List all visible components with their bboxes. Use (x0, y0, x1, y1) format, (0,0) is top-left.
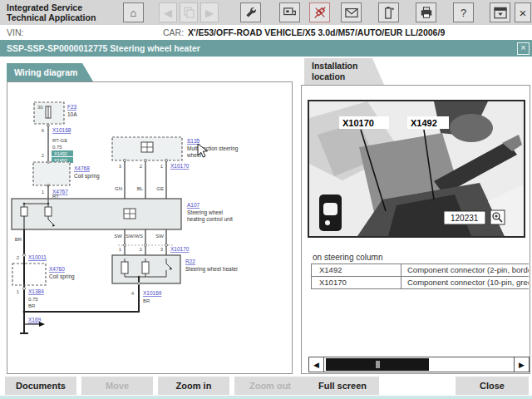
fuse-pin: 30 (37, 105, 43, 110)
diagnostic-head-icon[interactable] (279, 2, 300, 22)
app-title-line2: Technical Application (7, 12, 96, 22)
wiring-diagram-canvas[interactable]: 30 F23 10A 6 X10168 RT-GE 0.75 2 X1492 X… (7, 82, 292, 373)
print-icon[interactable] (416, 2, 436, 22)
tab-installation-line2: location (312, 71, 384, 82)
mfs-pin-1: 1 (160, 164, 164, 169)
back-icon: ◀ (159, 2, 177, 22)
photo-number: 120231 (451, 214, 479, 223)
connection-broken-icon[interactable] (309, 2, 330, 22)
control-unit-ref-link[interactable]: A107 (187, 202, 200, 208)
pin-2-bottom: 2 (17, 255, 20, 260)
scrollbar-grip (376, 361, 380, 368)
mfs-pin-2: 2 (140, 164, 143, 169)
vin-label: VIN: (7, 27, 23, 37)
zoom-out-button: Zoom out (234, 377, 306, 395)
close-document-icon[interactable]: × (517, 42, 530, 55)
wire2-color: RT (52, 194, 59, 199)
magnifier-icon[interactable] (490, 210, 505, 224)
wire-swws: SW/WS (126, 234, 143, 239)
scroll-left-icon: ◀ (313, 361, 319, 369)
pin-4: 4 (131, 291, 135, 296)
wire3-size: 0.75 (28, 297, 38, 302)
bottom-accent-strip (0, 396, 532, 399)
connector-id: X10170 (312, 277, 401, 288)
coil-spring-upper-label: Coil spring (74, 173, 100, 180)
photo-label-x10170: X10170 (342, 118, 374, 128)
table-heading: on steering column (313, 253, 383, 262)
wire-sw2: SW (155, 234, 164, 239)
horizontal-scrollbar: ◀ ▶ (308, 357, 530, 372)
table-row[interactable]: X1492 Component connector (2-pin, bordea… (311, 264, 529, 276)
heater-label: Steering wheel heater (185, 266, 239, 273)
wiring-diagram-panel: 30 F23 10A 6 X10168 RT-GE 0.75 2 X1492 X… (7, 81, 293, 374)
connector-x10170-mid-link[interactable]: X10170 (170, 246, 190, 252)
car-label: CAR: (163, 27, 184, 37)
zoom-in-button[interactable]: Zoom in (158, 377, 229, 395)
tab-installation-line1: Installation (312, 61, 384, 71)
table-row[interactable]: X10170 Component connector (10-pin, gree… (311, 276, 529, 289)
pin-1-top: 1 (42, 190, 45, 195)
connector-desc: Component connector (10-pin, green), (401, 277, 529, 288)
connector-x10169-link[interactable]: X10169 (143, 290, 162, 296)
scrollbar-thumb[interactable] (326, 358, 429, 371)
fuse-ref-link[interactable]: F23 (67, 104, 77, 110)
installation-photo: X10170 X1492 120231 (308, 100, 525, 238)
close-app-icon[interactable]: × (515, 2, 531, 22)
app-header: Integrated Service Technical Application… (0, 0, 532, 25)
mfs-ref-link[interactable]: S135 (187, 138, 200, 144)
wrench-icon[interactable] (240, 2, 261, 22)
heater-ref-link[interactable]: R22 (185, 259, 195, 264)
wire-br-heater: BR (143, 298, 150, 303)
coil-spring-lower-ref-link[interactable]: X4760 (49, 266, 65, 272)
coil-spring-lower-box (12, 264, 46, 285)
mfs-label-line1: Multifunction steering (187, 145, 239, 152)
ground-ref-link[interactable]: X169 (28, 317, 42, 323)
forward-icon: ▶ (200, 2, 219, 22)
pin-1-bottom: 1 (17, 289, 20, 294)
connector-x10011-link[interactable]: X10011 (28, 254, 47, 260)
tab-wiring-diagram[interactable]: Wiring diagram (7, 63, 93, 81)
wire-sw1: SW (114, 234, 122, 239)
connector-x10170-top-link[interactable]: X10170 (170, 163, 190, 169)
wire1-size: 0.75 (52, 145, 62, 150)
window-minimize-icon[interactable] (490, 2, 510, 22)
documents-button[interactable]: Documents (5, 377, 76, 395)
scroll-left-button[interactable]: ◀ (309, 357, 324, 372)
coil-spring-upper-ref-link[interactable]: X4768 (74, 165, 90, 171)
move-button: Move (81, 377, 153, 395)
vehicle-bar: VIN: CAR: X'/E53/OFF-ROAD VEHICLE/X5 3.0… (0, 25, 532, 40)
mail-icon[interactable] (341, 2, 362, 22)
wire-ge: GE (156, 186, 164, 191)
mid-pin-1: 1 (119, 247, 122, 252)
close-button[interactable]: Close (456, 377, 529, 395)
help-icon[interactable]: ? (453, 2, 474, 22)
wire3-color: BR (28, 303, 36, 308)
wire1-color: RT-GE (52, 138, 67, 143)
pin-6: 6 (42, 128, 45, 133)
home-icon[interactable]: ⌂ (123, 2, 144, 22)
mfs-pin-3: 3 (119, 164, 122, 169)
full-screen-button[interactable]: Full screen (306, 377, 379, 395)
scrollbar-track[interactable] (324, 357, 514, 372)
app-title: Integrated Service Technical Application (7, 2, 96, 22)
control-unit-label-line1: Steering wheel (187, 209, 224, 216)
coil-spring-upper-box (33, 162, 70, 185)
document-title: SSP-SSP-SP0000012775 Steering wheel heat… (7, 43, 200, 53)
wire-bl: BL (137, 186, 144, 191)
connector-x10168-link[interactable]: X10168 (52, 127, 71, 133)
connector-table: X1492 Component connector (2-pin, bordea… (311, 264, 529, 289)
connector-desc: Component connector (2-pin, bordeaux) (401, 264, 529, 276)
wire-gn: GN (115, 186, 122, 191)
coil-spring-lower-label: Coil spring (49, 273, 75, 280)
control-unit-label-line2: heating control unit (187, 216, 233, 223)
scroll-right-icon: ▶ (519, 361, 525, 369)
mid-pin-2: 2 (140, 247, 143, 252)
scroll-right-button[interactable]: ▶ (514, 357, 529, 372)
highlighted-connector-1-label: X1492 (54, 151, 67, 156)
car-value: X'/E53/OFF-ROAD VEHICLE/X5 3.0d/M57/AUTO… (188, 27, 445, 37)
app-title-line1: Integrated Service (7, 2, 96, 12)
battery-icon[interactable] (378, 2, 399, 22)
connector-id: X1492 (312, 264, 401, 276)
tab-installation-location[interactable]: Installation location (304, 58, 384, 85)
connector-x1384-link[interactable]: X1384 (28, 288, 44, 294)
